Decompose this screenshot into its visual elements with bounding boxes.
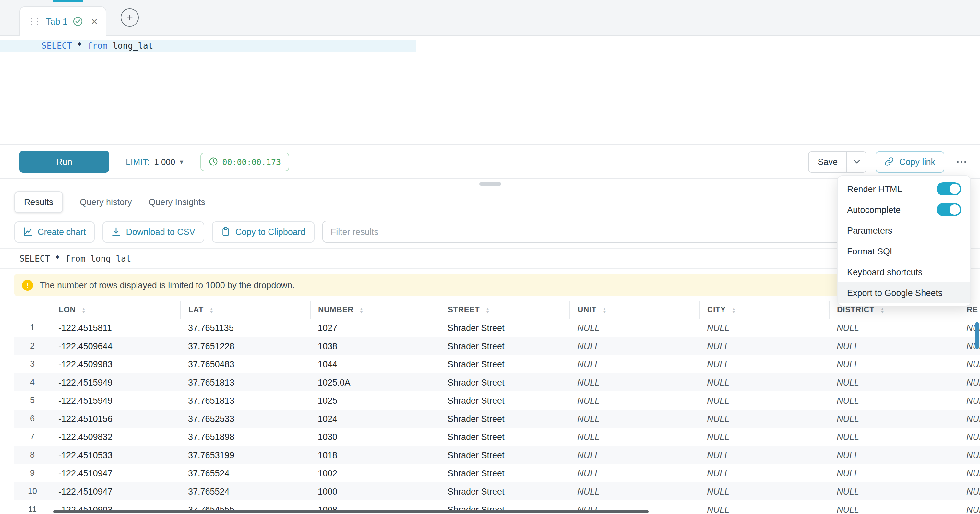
more-actions-button[interactable] <box>953 155 970 168</box>
menu-item-label: Export to Google Sheets <box>847 288 942 298</box>
column-header-street[interactable]: STREET▲▼ <box>440 301 570 319</box>
column-header-city[interactable]: CITY▲▼ <box>699 301 829 319</box>
panel-resize-handle[interactable] <box>479 182 501 185</box>
row-number: 3 <box>14 355 51 373</box>
sql-editor[interactable]: 1 SELECT * from long_lat <box>0 36 980 145</box>
save-button[interactable]: Save <box>808 151 847 172</box>
editor-tab-bar: ⋮⋮ Tab 1 ✕ + <box>0 0 980 36</box>
row-number: 5 <box>14 391 51 410</box>
table-cell: NULL <box>829 482 959 500</box>
column-label: RE <box>967 305 978 314</box>
column-header-number[interactable]: NUMBER▲▼ <box>310 301 440 319</box>
table-cell: -122.4510947 <box>51 464 180 482</box>
code-area[interactable]: SELECT * from long_lat <box>38 36 980 144</box>
table-cell: 37.7651135 <box>180 319 310 337</box>
tab-query-insights[interactable]: Query Insights <box>149 197 205 207</box>
sort-icon[interactable]: ▲▼ <box>732 307 736 313</box>
tab-query-history[interactable]: Query history <box>80 197 132 207</box>
column-label: CITY <box>707 305 726 314</box>
sort-icon[interactable]: ▲▼ <box>602 307 606 313</box>
limit-dropdown[interactable]: LIMIT: 1 000 ▾ <box>126 157 183 166</box>
table-cell: -122.4515949 <box>51 391 180 410</box>
table-cell: NULL <box>699 410 829 428</box>
vertical-scrollbar[interactable] <box>975 322 979 349</box>
table-cell: -122.4510947 <box>51 482 180 500</box>
table-cell: Shrader Street <box>440 464 570 482</box>
row-limit-warning: ! The number of rows displayed is limite… <box>14 274 970 296</box>
toggle-switch[interactable] <box>937 203 961 216</box>
table-cell: 37.7651813 <box>180 373 310 391</box>
table-cell: NULL <box>959 464 980 482</box>
menu-item-format-sql[interactable]: Format SQL <box>838 241 970 262</box>
results-table-container[interactable]: LON▲▼LAT▲▼NUMBER▲▼STREET▲▼UNIT▲▼CITY▲▼DI… <box>14 301 980 514</box>
sql-lab-page: ⋮⋮ Tab 1 ✕ + 1 SELECT * from long_lat Ru… <box>0 0 980 514</box>
table-cell: NULL <box>959 482 980 500</box>
link-icon <box>885 157 894 166</box>
sort-icon[interactable]: ▲▼ <box>359 307 364 313</box>
download-icon <box>112 227 121 236</box>
save-dropdown-caret[interactable] <box>847 151 867 172</box>
table-row: 4-122.451594937.76518131025.0AShrader St… <box>14 373 980 391</box>
column-label: STREET <box>448 305 480 314</box>
horizontal-scrollbar[interactable] <box>53 510 649 513</box>
table-cell: NULL <box>829 355 959 373</box>
table-cell: 1025 <box>310 391 440 410</box>
code-token: * <box>72 41 87 51</box>
table-cell: 1002 <box>310 464 440 482</box>
row-number: 4 <box>14 373 51 391</box>
copy-clipboard-label: Copy to Clipboard <box>235 227 305 236</box>
sort-icon[interactable]: ▲▼ <box>485 307 490 313</box>
sort-icon[interactable]: ▲▼ <box>81 307 86 313</box>
tab-label: Tab 1 <box>46 16 67 26</box>
column-label: LAT <box>188 305 204 314</box>
menu-item-keyboard-shortcuts[interactable]: Keyboard shortcuts <box>838 262 970 282</box>
create-chart-label: Create chart <box>38 227 86 236</box>
menu-item-export-to-google-sheets[interactable]: Export to Google Sheets <box>838 282 970 303</box>
copy-clipboard-button[interactable]: Copy to Clipboard <box>212 221 315 243</box>
add-tab-button[interactable]: + <box>121 8 139 27</box>
menu-item-autocomplete[interactable]: Autocomplete <box>838 199 970 220</box>
sort-icon[interactable]: ▲▼ <box>210 307 214 313</box>
table-cell: NULL <box>829 373 959 391</box>
table-cell: NULL <box>829 446 959 464</box>
save-split-button: Save <box>808 151 867 172</box>
drag-handle-icon[interactable]: ⋮⋮ <box>28 17 41 26</box>
menu-item-render-html[interactable]: Render HTML <box>838 179 970 199</box>
table-row: 9-122.451094737.7655241002Shrader Street… <box>14 464 980 482</box>
table-cell: NULL <box>699 500 829 514</box>
create-chart-button[interactable]: Create chart <box>14 221 95 243</box>
table-cell: Shrader Street <box>440 428 570 446</box>
copy-link-button[interactable]: Copy link <box>876 151 944 172</box>
menu-item-label: Parameters <box>847 225 892 235</box>
table-cell: NULL <box>959 373 980 391</box>
table-row: 6-122.451015637.76525331024Shrader Stree… <box>14 410 980 428</box>
tab-results[interactable]: Results <box>14 191 63 212</box>
table-cell: Shrader Street <box>440 446 570 464</box>
table-cell: Shrader Street <box>440 391 570 410</box>
query-tab[interactable]: ⋮⋮ Tab 1 ✕ <box>19 6 107 36</box>
table-cell: 37.765524 <box>180 482 310 500</box>
table-cell: 37.7650483 <box>180 355 310 373</box>
download-csv-button[interactable]: Download to CSV <box>103 221 204 243</box>
column-header-unit[interactable]: UNIT▲▼ <box>570 301 699 319</box>
results-table: LON▲▼LAT▲▼NUMBER▲▼STREET▲▼UNIT▲▼CITY▲▼DI… <box>14 301 980 514</box>
column-header-lon[interactable]: LON▲▼ <box>51 301 180 319</box>
menu-item-parameters[interactable]: Parameters <box>838 220 970 241</box>
table-cell: NULL <box>829 464 959 482</box>
run-button[interactable]: Run <box>19 150 109 172</box>
table-cell: Shrader Street <box>440 373 570 391</box>
close-tab-icon[interactable]: ✕ <box>91 16 98 26</box>
table-row: 3-122.450998337.76504831044Shrader Stree… <box>14 355 980 373</box>
active-tab-indicator <box>53 0 83 2</box>
table-cell: -122.4510533 <box>51 446 180 464</box>
results-actions-row: Create chart Download to CSV Copy to Cli… <box>0 215 980 248</box>
table-cell: NULL <box>959 446 980 464</box>
code-line: SELECT * from long_lat <box>38 40 980 52</box>
column-header-lat[interactable]: LAT▲▼ <box>180 301 310 319</box>
table-cell: NULL <box>699 373 829 391</box>
table-cell: NULL <box>570 464 699 482</box>
sort-icon[interactable]: ▲▼ <box>880 307 885 313</box>
table-row: 7-122.450983237.76518981030Shrader Stree… <box>14 428 980 446</box>
table-cell: NULL <box>570 410 699 428</box>
toggle-switch[interactable] <box>937 182 961 195</box>
